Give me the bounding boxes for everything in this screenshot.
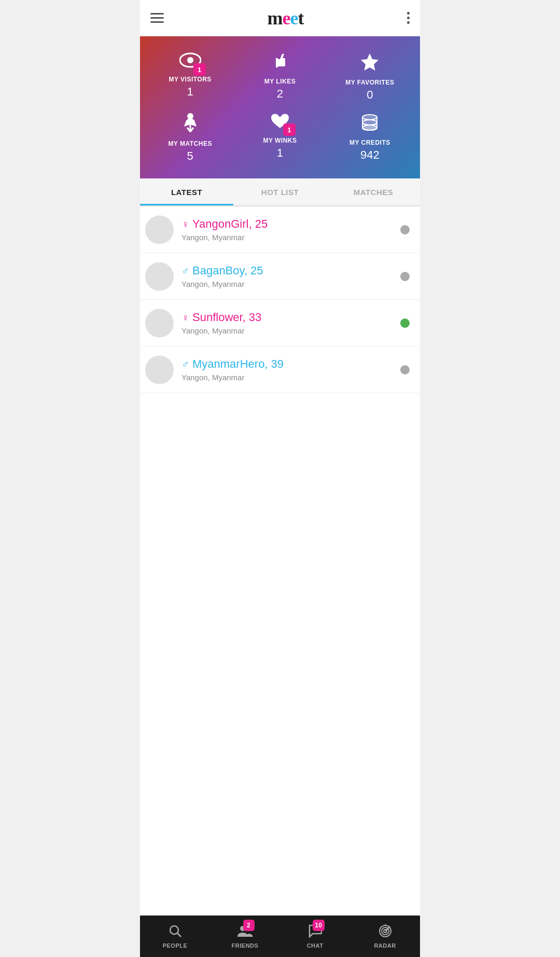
list-item[interactable]: ♂ MyanmarHero, 39 Yangon, Myanmar xyxy=(140,346,420,393)
svg-marker-2 xyxy=(361,53,379,71)
stat-credits[interactable]: MY CREDITS 942 xyxy=(325,112,415,163)
tab-latest[interactable]: LATEST xyxy=(140,178,233,205)
nav-chat[interactable]: CHAT 10 xyxy=(280,916,350,957)
svg-point-3 xyxy=(187,113,193,119)
tab-matches[interactable]: MATCHES xyxy=(327,178,420,205)
app-logo: meet xyxy=(268,7,304,29)
user-location: Yangon, Myanmar xyxy=(181,373,400,382)
online-status xyxy=(400,225,410,234)
chat-badge: 10 xyxy=(313,920,324,931)
user-info: ♀ YangonGirl, 25 Yangon, Myanmar xyxy=(181,217,400,242)
svg-point-10 xyxy=(170,926,178,934)
nav-radar[interactable]: RADAR xyxy=(350,916,420,957)
winks-badge: 1 xyxy=(283,123,296,136)
more-options-button[interactable] xyxy=(407,12,410,24)
matches-label: MY MATCHES xyxy=(168,140,212,147)
avatar xyxy=(145,262,174,290)
favorites-icon xyxy=(360,52,380,75)
list-item[interactable]: ♂ BaganBoy, 25 Yangon, Myanmar xyxy=(140,253,420,300)
radar-icon xyxy=(379,924,392,940)
svg-point-9 xyxy=(362,125,377,130)
user-name: ♂ BaganBoy, 25 xyxy=(181,264,400,278)
female-icon: ♀ xyxy=(181,312,189,324)
tab-hotlist[interactable]: HOT LIST xyxy=(233,178,327,205)
content-tabs: LATESTHOT LISTMATCHES xyxy=(140,178,420,206)
female-icon: ♀ xyxy=(181,218,189,230)
winks-label: MY WINKS xyxy=(263,137,297,144)
people-icon xyxy=(169,924,182,940)
user-name: ♂ MyanmarHero, 39 xyxy=(181,357,400,371)
app-header: meet xyxy=(140,0,420,36)
people-label: PEOPLE xyxy=(163,942,188,949)
visitors-value: 1 xyxy=(187,85,193,99)
user-location: Yangon, Myanmar xyxy=(181,233,400,242)
favorites-label: MY FAVORITES xyxy=(345,79,394,86)
credits-icon xyxy=(360,112,380,135)
online-status xyxy=(400,272,410,281)
stat-matches[interactable]: MY MATCHES 5 xyxy=(145,112,235,163)
svg-line-11 xyxy=(177,933,181,937)
menu-button[interactable] xyxy=(150,13,164,23)
nav-friends[interactable]: FRIENDS 2 xyxy=(210,916,280,957)
avatar xyxy=(145,309,174,337)
svg-point-1 xyxy=(187,57,193,63)
stat-likes[interactable]: MY LIKES 2 xyxy=(235,52,325,102)
matches-value: 5 xyxy=(187,149,193,163)
stats-banner: MY VISITORS 1 1 MY LIKES 2 MY FAVORITES … xyxy=(140,36,420,178)
stat-visitors[interactable]: MY VISITORS 1 1 xyxy=(145,52,235,102)
credits-label: MY CREDITS xyxy=(349,139,390,146)
avatar xyxy=(145,355,174,384)
user-list: ♀ YangonGirl, 25 Yangon, Myanmar ♂ Bagan… xyxy=(140,206,420,916)
user-info: ♀ Sunflower, 33 Yangon, Myanmar xyxy=(181,311,400,335)
stat-winks[interactable]: MY WINKS 1 1 xyxy=(235,112,325,163)
visitors-label: MY VISITORS xyxy=(169,76,211,83)
radar-label: RADAR xyxy=(374,942,396,949)
bottom-navigation: PEOPLE FRIENDS 2 CHAT 10 RADAR xyxy=(140,916,420,957)
likes-value: 2 xyxy=(277,87,283,101)
user-info: ♂ BaganBoy, 25 Yangon, Myanmar xyxy=(181,264,400,288)
svg-point-8 xyxy=(362,120,377,125)
list-item[interactable]: ♀ Sunflower, 33 Yangon, Myanmar xyxy=(140,300,420,346)
male-icon: ♂ xyxy=(181,358,189,370)
likes-label: MY LIKES xyxy=(264,78,296,85)
likes-icon xyxy=(271,52,289,74)
user-info: ♂ MyanmarHero, 39 Yangon, Myanmar xyxy=(181,357,400,382)
matches-icon xyxy=(182,112,199,136)
list-item[interactable]: ♀ YangonGirl, 25 Yangon, Myanmar xyxy=(140,206,420,253)
visitors-badge: 1 xyxy=(193,63,206,76)
user-location: Yangon, Myanmar xyxy=(181,280,400,288)
nav-people[interactable]: PEOPLE xyxy=(140,916,210,957)
male-icon: ♂ xyxy=(181,265,189,277)
credits-value: 942 xyxy=(360,148,380,162)
favorites-value: 0 xyxy=(367,88,373,102)
avatar xyxy=(145,215,174,244)
online-status xyxy=(400,318,410,328)
winks-value: 1 xyxy=(277,146,283,160)
user-name: ♀ YangonGirl, 25 xyxy=(181,217,400,231)
stat-favorites[interactable]: MY FAVORITES 0 xyxy=(325,52,415,102)
friends-badge: 2 xyxy=(243,920,255,931)
chat-label: CHAT xyxy=(307,942,324,949)
friends-label: FRIENDS xyxy=(232,942,259,949)
user-name: ♀ Sunflower, 33 xyxy=(181,311,400,324)
svg-point-7 xyxy=(362,115,377,120)
user-location: Yangon, Myanmar xyxy=(181,326,400,335)
online-status xyxy=(400,365,410,375)
